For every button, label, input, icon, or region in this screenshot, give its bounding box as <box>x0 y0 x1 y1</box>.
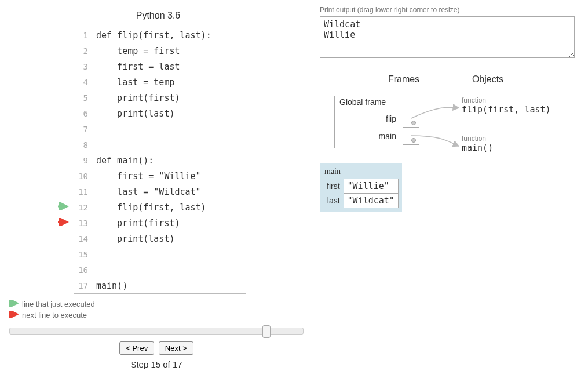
code-text: print(last) <box>96 108 174 119</box>
line-number: 5 <box>74 93 96 103</box>
object-flip: function flip(first, last) <box>462 96 551 115</box>
code-text: last = temp <box>96 77 174 88</box>
line-number: 13 <box>74 219 96 228</box>
code-text: first = last <box>96 61 180 72</box>
code-line: 1def flip(first, last): <box>74 27 246 43</box>
frames-objects-area: Global frame flip main function flip(fir… <box>320 96 581 247</box>
legend-next-label: next line to execute <box>22 311 87 319</box>
code-line: 5 print(first) <box>74 90 246 106</box>
code-text: def flip(first, last): <box>96 30 211 41</box>
code-line: 9def main(): <box>74 152 246 168</box>
next-line-arrow-icon <box>9 311 22 319</box>
code-text: print(last) <box>96 234 174 244</box>
line-number: 1 <box>74 31 96 40</box>
code-line: 14 print(last) <box>74 231 246 246</box>
code-text: main() <box>96 281 127 291</box>
code-text: flip(first, last) <box>96 202 206 213</box>
pointer-dot-icon <box>411 138 416 143</box>
next-line-arrow-icon <box>53 218 71 228</box>
code-line: 11 last = "Wildcat" <box>74 184 246 199</box>
slider-thumb[interactable] <box>262 325 271 338</box>
code-line: 12 flip(first, last) <box>74 199 246 215</box>
global-frame-title: Global frame <box>339 97 424 107</box>
code-line: 6 print(last) <box>74 106 246 121</box>
global-frame: Global frame flip main <box>334 96 424 148</box>
code-listing: 1def flip(first, last):2 temp = first3 f… <box>74 27 246 294</box>
code-text: def main(): <box>96 155 154 166</box>
legend-just-label: line that just executed <box>22 300 95 308</box>
line-number: 10 <box>74 172 96 181</box>
code-line: 16 <box>74 262 246 278</box>
line-number: 7 <box>74 125 96 134</box>
line-number: 8 <box>74 140 96 150</box>
line-number: 16 <box>74 266 96 275</box>
just-executed-arrow-icon <box>53 202 71 212</box>
frames-header: Frames <box>355 74 453 85</box>
line-number: 9 <box>74 156 96 165</box>
line-number: 4 <box>74 78 96 87</box>
object-main: function main() <box>462 134 493 153</box>
code-line: 3 first = last <box>74 59 246 74</box>
line-number: 2 <box>74 46 96 56</box>
code-line: 13 print(first) <box>74 215 246 231</box>
line-number: 17 <box>74 281 96 290</box>
code-text: first = "Willie" <box>96 171 201 181</box>
code-line: 15 <box>74 246 246 262</box>
output-label: Print output (drag lower right corner to… <box>320 6 581 14</box>
global-var-flip: flip <box>339 110 424 128</box>
line-number: 12 <box>74 203 96 212</box>
main-frame-title: main <box>323 166 399 179</box>
line-number: 11 <box>74 187 96 197</box>
code-line: 4 last = temp <box>74 74 246 90</box>
code-line: 7 <box>74 121 246 137</box>
code-text: print(first) <box>96 218 180 228</box>
line-number: 15 <box>74 250 96 259</box>
visualization-panel: Print output (drag lower right corner to… <box>313 0 588 389</box>
line-number: 14 <box>74 234 96 243</box>
prev-button[interactable]: < Prev <box>119 341 154 355</box>
print-output-box[interactable]: Wildcat Willie <box>320 16 575 58</box>
main-var-last: last "Wildcat" <box>323 194 398 208</box>
next-button[interactable]: Next > <box>159 341 193 355</box>
main-var-first: first "Willie" <box>323 179 398 194</box>
code-line: 2 temp = first <box>74 43 246 59</box>
code-text: print(first) <box>96 93 180 103</box>
just-executed-arrow-icon <box>9 300 22 308</box>
code-line: 8 <box>74 137 246 152</box>
main-frame: main first "Willie" last "Wildcat" <box>320 163 402 212</box>
step-label: Step 15 of 17 <box>5 359 308 369</box>
code-text: last = "Wildcat" <box>96 187 201 197</box>
legend: line that just executed next line to exe… <box>9 300 308 319</box>
code-line: 10 first = "Willie" <box>74 168 246 184</box>
pointer-dot-icon <box>411 121 416 125</box>
code-line: 17main() <box>74 278 246 293</box>
code-panel: Python 3.6 1def flip(first, last):2 temp… <box>0 0 313 389</box>
step-slider[interactable] <box>9 328 304 335</box>
language-header: Python 3.6 <box>74 6 242 27</box>
line-number: 3 <box>74 62 96 71</box>
global-var-main: main <box>339 128 424 145</box>
code-text: temp = first <box>96 46 180 56</box>
objects-header: Objects <box>453 74 523 85</box>
line-number: 6 <box>74 109 96 118</box>
